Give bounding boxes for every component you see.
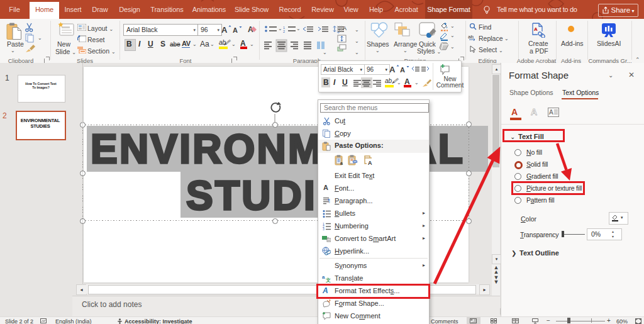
svg-text:文: 文	[325, 277, 331, 282]
svg-text:A: A	[368, 160, 372, 165]
svg-text:2: 2	[283, 30, 285, 33]
svg-text:A: A	[221, 25, 228, 34]
svg-text:A: A	[233, 26, 238, 34]
svg-text:A: A	[400, 66, 405, 74]
svg-text:3: 3	[323, 227, 325, 230]
svg-text:ab: ab	[468, 34, 474, 40]
svg-text:a: a	[340, 161, 343, 165]
svg-text:A: A	[534, 26, 538, 32]
svg-text:A: A	[549, 109, 553, 116]
svg-text:¶: ¶	[328, 198, 330, 204]
svg-text:a: a	[322, 274, 325, 280]
svg-text:A: A	[343, 25, 347, 31]
svg-text:A: A	[389, 65, 396, 74]
